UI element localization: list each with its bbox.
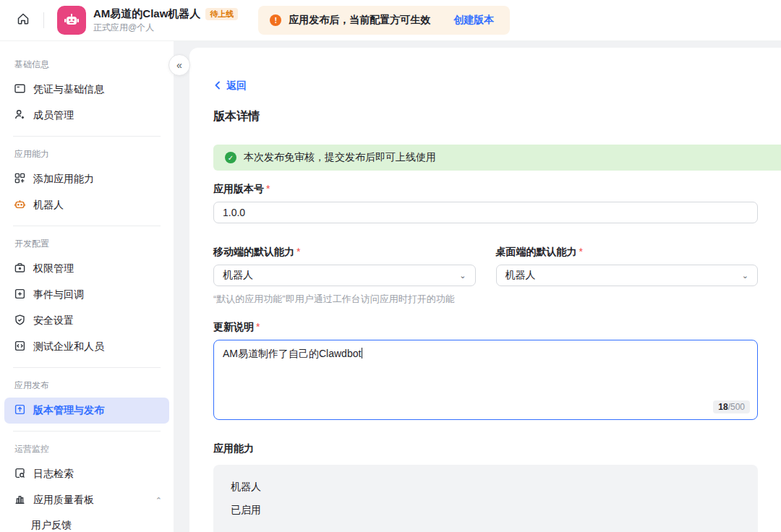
sidebar-item-log-search[interactable]: 日志检索 (4, 461, 169, 487)
sidebar-item-credentials[interactable]: 凭证与基础信息 (4, 77, 169, 103)
main-area: 返回 版本详情 ✓ 本次发布免审核，提交发布后即可上线使用 应用版本号* 1.0… (174, 41, 781, 532)
capability-status: 已启用 (231, 504, 741, 517)
person-add-icon (14, 108, 26, 123)
app-logo (57, 6, 86, 35)
version-number-label: 应用版本号* (213, 183, 758, 196)
sidebar-group-heading: 基础信息 (14, 59, 159, 71)
required-asterisk: * (256, 321, 260, 332)
briefcase-icon (14, 262, 26, 276)
sidebar-collapse-button[interactable]: « (168, 54, 190, 76)
publish-up-icon (14, 403, 26, 418)
header-divider (43, 12, 44, 28)
required-asterisk: * (266, 183, 270, 194)
sidebar-item-bot[interactable]: 机器人 (4, 192, 169, 218)
home-icon (16, 12, 30, 29)
required-asterisk: * (296, 246, 300, 257)
page-title: 版本详情 (213, 109, 758, 124)
sidebar-item-label: 版本管理与发布 (33, 404, 162, 417)
warning-icon: ! (270, 14, 281, 26)
release-notes-textarea[interactable]: AM易道制作了自己的Clawdbot 18/500 (213, 340, 758, 420)
bar-chart-icon (14, 493, 26, 507)
mobile-default-select[interactable]: 机器人 ⌄ (213, 265, 476, 286)
capability-name: 机器人 (231, 481, 741, 494)
home-button[interactable] (10, 7, 36, 33)
sidebar-item-test-org[interactable]: 测试企业和人员 (4, 334, 169, 360)
sidebar-item-version-release[interactable]: 版本管理与发布 (4, 398, 169, 424)
sidebar-item-label: 用户反馈 (31, 519, 72, 532)
id-card-icon (14, 82, 26, 97)
sidebar-item-add-capability[interactable]: 添加应用能力 (4, 166, 169, 192)
sidebar-item-label: 测试企业和人员 (33, 340, 162, 353)
sidebar-item-quality-dashboard[interactable]: 应用质量看板 ⌃ (4, 487, 169, 513)
back-label: 返回 (226, 80, 247, 93)
sidebar-item-permissions[interactable]: 权限管理 (4, 256, 169, 282)
sidebar-divider (13, 431, 161, 432)
log-search-icon (14, 467, 26, 481)
status-badge: 待上线 (205, 8, 238, 21)
chevron-up-icon[interactable]: ⌃ (155, 496, 162, 505)
mobile-default-value: 机器人 (223, 269, 253, 282)
sidebar-group-heading: 开发配置 (14, 238, 159, 250)
sidebar-item-label: 安全设置 (33, 314, 162, 327)
app-subtitle: 正式应用@个人 (93, 22, 238, 33)
version-number-input[interactable]: 1.0.0 (213, 202, 758, 223)
desktop-default-label: 桌面端的默认能力* (496, 246, 759, 259)
sidebar-item-user-feedback[interactable]: 用户反馈 (4, 513, 169, 532)
sidebar-item-label: 事件与回调 (33, 288, 162, 301)
robot-icon (14, 198, 26, 213)
default-capability-hint: “默认的应用功能”即用户通过工作台访问应用时打开的功能 (213, 293, 476, 306)
desktop-default-value: 机器人 (505, 269, 536, 282)
sidebar-item-label: 成员管理 (33, 109, 162, 122)
sidebar-divider (13, 226, 161, 226)
sidebar-divider (13, 136, 161, 137)
desktop-default-select[interactable]: 机器人 ⌄ (496, 265, 759, 286)
shield-check-icon (14, 314, 26, 328)
sidebar-item-label: 凭证与基础信息 (33, 83, 162, 96)
sidebar-item-label: 日志检索 (33, 468, 162, 481)
chevron-left-icon (213, 80, 222, 92)
sidebar-group-heading: 应用发布 (14, 379, 159, 392)
sidebar-item-label: 权限管理 (33, 262, 162, 275)
sidebar-item-label: 应用质量看板 (33, 494, 148, 507)
success-banner-text: 本次发布免审核，提交发布后即可上线使用 (244, 151, 436, 164)
sidebar-item-label: 添加应用能力 (33, 173, 162, 186)
sidebar-group-heading: 运营监控 (14, 443, 159, 455)
mobile-default-label: 移动端的默认能力* (213, 246, 476, 259)
sidebar-divider (13, 367, 161, 368)
back-link[interactable]: 返回 (213, 80, 247, 93)
create-version-link[interactable]: 创建版本 (453, 14, 494, 27)
required-asterisk: * (579, 246, 583, 257)
chevron-down-icon: ⌄ (459, 271, 466, 280)
code-brackets-icon (14, 340, 26, 354)
text-cursor (362, 348, 362, 359)
capability-box: 机器人 已启用 (213, 465, 758, 532)
top-header: AM易道的Claw机器人 待上线 正式应用@个人 ! 应用发布后，当前配置方可生… (0, 0, 781, 41)
capability-section-heading: 应用能力 (213, 442, 758, 455)
version-detail-card: 返回 版本详情 ✓ 本次发布免审核，提交发布后即可上线使用 应用版本号* 1.0… (189, 48, 781, 532)
sidebar-item-events[interactable]: 事件与回调 (4, 282, 169, 308)
grid-add-icon (14, 172, 26, 186)
chevron-down-icon: ⌄ (742, 271, 748, 280)
success-banner: ✓ 本次发布免审核，提交发布后即可上线使用 (213, 145, 781, 171)
sidebar: 基础信息 凭证与基础信息 成员管理 应用能力 添加应用能力 机器人 开发配置 权… (0, 41, 174, 532)
release-notes-value: AM易道制作了自己的Clawdbot (223, 348, 361, 359)
release-notes-label: 更新说明* (213, 321, 758, 334)
char-counter: 18/500 (713, 400, 750, 413)
event-callback-icon (14, 288, 26, 302)
sidebar-item-label: 机器人 (33, 199, 162, 212)
publish-alert-bar: ! 应用发布后，当前配置方可生效 创建版本 (258, 6, 510, 35)
sidebar-item-members[interactable]: 成员管理 (4, 103, 169, 129)
app-title: AM易道的Claw机器人 (93, 7, 200, 21)
alert-message: 应用发布后，当前配置方可生效 (289, 14, 430, 27)
sidebar-item-security[interactable]: 安全设置 (4, 308, 169, 334)
check-circle-icon: ✓ (225, 152, 236, 163)
sidebar-group-heading: 应用能力 (14, 148, 159, 160)
